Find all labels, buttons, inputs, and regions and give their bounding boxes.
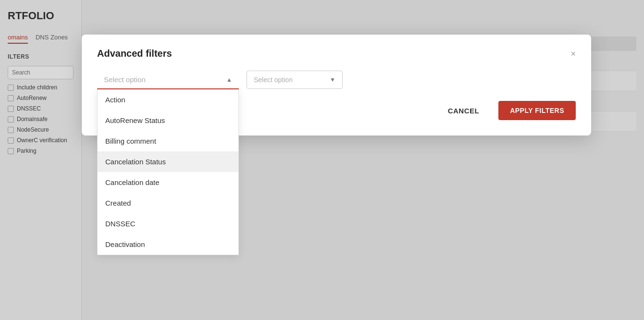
dropdown-option-deactivation[interactable]: Deactivation bbox=[98, 234, 238, 255]
dropdown-option-dnssec[interactable]: DNSSEC bbox=[98, 213, 238, 234]
modal-close-button[interactable]: × bbox=[570, 49, 576, 58]
dropdown-1-arrow-icon: ▲ bbox=[226, 76, 232, 83]
dropdown-option-billing-comment[interactable]: Billing comment bbox=[98, 131, 238, 151]
dropdown-option-autorenew-status[interactable]: AutoRenew Status bbox=[98, 110, 238, 131]
dropdown-1-placeholder: Select option bbox=[104, 75, 146, 84]
cancel-button[interactable]: CANCEL bbox=[440, 102, 487, 120]
dropdown-option-created[interactable]: Created bbox=[98, 193, 238, 213]
dropdown-1-trigger[interactable]: Select option ▲ bbox=[97, 71, 239, 89]
advanced-filters-modal: Advanced filters × Select option ▲ Actio… bbox=[82, 35, 591, 135]
filter-dropdown-2[interactable]: Select option ▼ bbox=[247, 71, 343, 89]
modal-title: Advanced filters bbox=[97, 48, 172, 59]
filter-dropdown-1: Select option ▲ Action AutoRenew Status … bbox=[97, 71, 239, 89]
dropdown-option-cancelation-status[interactable]: Cancelation Status bbox=[98, 151, 238, 172]
apply-filters-button[interactable]: APPLY FILTERS bbox=[498, 101, 576, 120]
dropdown-option-action[interactable]: Action bbox=[98, 89, 238, 110]
dropdown-option-cancelation-date[interactable]: Cancelation date bbox=[98, 172, 238, 193]
dropdown-2-placeholder: Select option bbox=[254, 76, 293, 84]
modal-filters-row: Select option ▲ Action AutoRenew Status … bbox=[97, 71, 576, 89]
dropdown-1-list: Action AutoRenew Status Billing comment … bbox=[97, 89, 239, 255]
modal-header: Advanced filters × bbox=[97, 48, 576, 59]
dropdown-2-arrow-icon: ▼ bbox=[330, 76, 335, 83]
